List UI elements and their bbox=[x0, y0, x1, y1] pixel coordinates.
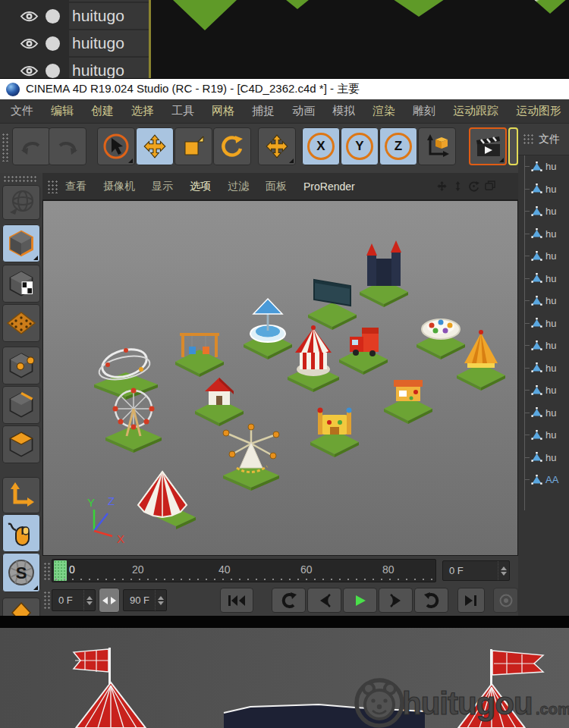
render-visibility-dot[interactable] bbox=[46, 36, 60, 51]
panel-resize-edge[interactable] bbox=[149, 0, 151, 78]
object-list-item[interactable]: hu bbox=[518, 268, 569, 290]
menu-item[interactable]: 选择 bbox=[131, 104, 154, 118]
object-list-item[interactable]: hu bbox=[518, 245, 569, 268]
model-ferris-wheel[interactable] bbox=[99, 383, 168, 453]
visibility-eye-icon[interactable] bbox=[20, 36, 39, 51]
object-list-item[interactable]: hu bbox=[518, 447, 569, 469]
viewport-menu-handle[interactable] bbox=[47, 180, 58, 193]
object-list-item[interactable]: hu bbox=[518, 402, 569, 425]
points-mode-button[interactable] bbox=[2, 347, 40, 384]
range-start-spinner[interactable]: 0 F bbox=[52, 589, 96, 611]
layer-row[interactable]: huitugo bbox=[0, 30, 149, 57]
play-button[interactable] bbox=[343, 588, 377, 613]
z-axis-lock-button[interactable]: Z bbox=[379, 127, 417, 165]
previous-key-button[interactable] bbox=[272, 588, 306, 613]
viewport-menu-item[interactable]: ProRender bbox=[303, 180, 355, 193]
previous-frame-button[interactable] bbox=[307, 588, 341, 613]
viewport-solo-button[interactable] bbox=[2, 598, 40, 616]
object-list-item[interactable]: hu bbox=[518, 155, 569, 178]
object-list-item[interactable]: hu bbox=[518, 334, 569, 357]
enable-snap-button[interactable]: S bbox=[2, 553, 40, 592]
y-axis-lock-button[interactable]: Y bbox=[341, 127, 379, 165]
model-bounce-castle[interactable] bbox=[304, 388, 365, 457]
scale-tool-button[interactable] bbox=[174, 127, 212, 165]
menu-item[interactable]: 模拟 bbox=[332, 104, 355, 118]
model-orange-tent[interactable] bbox=[451, 321, 511, 391]
object-list-item[interactable]: hu bbox=[518, 200, 569, 223]
render-view-button[interactable] bbox=[469, 127, 507, 165]
viewport-menu-item[interactable]: 显示 bbox=[152, 180, 173, 193]
model-castle[interactable] bbox=[354, 237, 414, 307]
move-tool-button[interactable] bbox=[136, 127, 174, 165]
object-list-item[interactable]: hu bbox=[518, 178, 569, 201]
range-nudge-button[interactable] bbox=[99, 588, 120, 613]
play-sound-button[interactable] bbox=[493, 588, 518, 613]
menu-item[interactable]: 雕刻 bbox=[413, 104, 435, 118]
toolbar-drag-handle[interactable] bbox=[2, 133, 9, 162]
rotate-view-icon[interactable] bbox=[468, 180, 479, 192]
menu-item[interactable]: 创建 bbox=[91, 104, 114, 118]
coordinate-system-button[interactable] bbox=[418, 127, 456, 165]
mode-toolbar-handle[interactable] bbox=[3, 175, 38, 183]
menu-item[interactable]: 网格 bbox=[212, 104, 234, 118]
object-list-item[interactable]: hu bbox=[518, 357, 569, 380]
render-settings-button[interactable] bbox=[508, 127, 518, 165]
viewport-menu-item[interactable]: 摄像机 bbox=[103, 180, 135, 193]
object-list-item[interactable]: hu bbox=[518, 424, 569, 447]
viewport-menu-item[interactable]: 选项 bbox=[190, 180, 211, 193]
object-list-item[interactable]: hu bbox=[518, 223, 569, 246]
toggle-view-layout-icon[interactable] bbox=[484, 180, 495, 192]
viewport-menu-item[interactable]: 过滤 bbox=[228, 180, 249, 193]
zoom-view-icon[interactable] bbox=[452, 180, 464, 192]
menu-item[interactable]: 运动跟踪 bbox=[453, 104, 498, 118]
viewport-canvas[interactable]: Y Z X bbox=[42, 200, 518, 556]
model-red-house[interactable] bbox=[189, 356, 250, 426]
render-visibility-dot[interactable] bbox=[46, 9, 60, 24]
visibility-eye-icon[interactable] bbox=[20, 9, 39, 24]
workplane-mode-button[interactable] bbox=[2, 304, 40, 342]
viewport-menu-item[interactable]: 查看 bbox=[65, 180, 86, 193]
menu-item[interactable]: 渲染 bbox=[373, 104, 395, 118]
rotate-tool-button[interactable] bbox=[213, 127, 251, 165]
x-axis-lock-button[interactable]: X bbox=[302, 127, 340, 165]
go-to-start-button[interactable] bbox=[220, 588, 253, 613]
layer-row[interactable]: huitugo bbox=[0, 2, 149, 30]
object-list-item[interactable]: hu bbox=[518, 379, 569, 402]
edges-mode-button[interactable] bbox=[2, 386, 40, 424]
menu-item[interactable]: 动画 bbox=[292, 104, 315, 118]
recent-tool-button[interactable] bbox=[258, 127, 296, 165]
transport-handle[interactable] bbox=[43, 591, 51, 610]
menu-item[interactable]: 运动图形 bbox=[516, 104, 561, 118]
model-food-stand[interactable] bbox=[378, 354, 439, 424]
menu-item[interactable]: 工具 bbox=[171, 104, 194, 118]
menu-item[interactable]: 捕捉 bbox=[252, 104, 275, 118]
undo-button[interactable] bbox=[12, 127, 50, 165]
timeline-playhead[interactable] bbox=[54, 560, 67, 581]
model-mode-button[interactable] bbox=[2, 224, 40, 262]
model-maypole-ride[interactable] bbox=[217, 421, 285, 491]
tweak-mode-button[interactable] bbox=[2, 514, 40, 552]
range-end-spinner[interactable]: 90 F bbox=[123, 589, 167, 611]
make-editable-button[interactable] bbox=[2, 185, 40, 220]
object-panel-handle[interactable] bbox=[523, 133, 533, 146]
live-selection-tool-button[interactable] bbox=[97, 127, 135, 165]
go-to-end-button[interactable] bbox=[457, 588, 485, 613]
pan-view-icon[interactable] bbox=[436, 180, 448, 192]
visibility-eye-icon[interactable] bbox=[20, 64, 39, 78]
next-frame-button[interactable] bbox=[379, 588, 413, 613]
timeline-ruler[interactable]: 0 20406080 bbox=[52, 559, 436, 582]
next-key-button[interactable] bbox=[414, 588, 448, 613]
object-list-item[interactable]: hu bbox=[518, 290, 569, 312]
object-list-item[interactable]: AA bbox=[518, 469, 569, 491]
layer-row[interactable]: huitugo bbox=[0, 57, 149, 78]
render-visibility-dot[interactable] bbox=[46, 64, 60, 78]
menu-item[interactable]: 文件 bbox=[11, 104, 33, 118]
enable-axis-button[interactable] bbox=[2, 477, 40, 513]
polygons-mode-button[interactable] bbox=[2, 425, 40, 463]
redo-button[interactable] bbox=[49, 127, 86, 165]
current-frame-spinner[interactable]: 0 F bbox=[442, 560, 510, 581]
menu-item[interactable]: 编辑 bbox=[51, 104, 74, 118]
viewport-menu-item[interactable]: 面板 bbox=[266, 180, 287, 193]
timeline-handle[interactable] bbox=[43, 562, 51, 582]
object-list-item[interactable]: hu bbox=[518, 312, 569, 335]
